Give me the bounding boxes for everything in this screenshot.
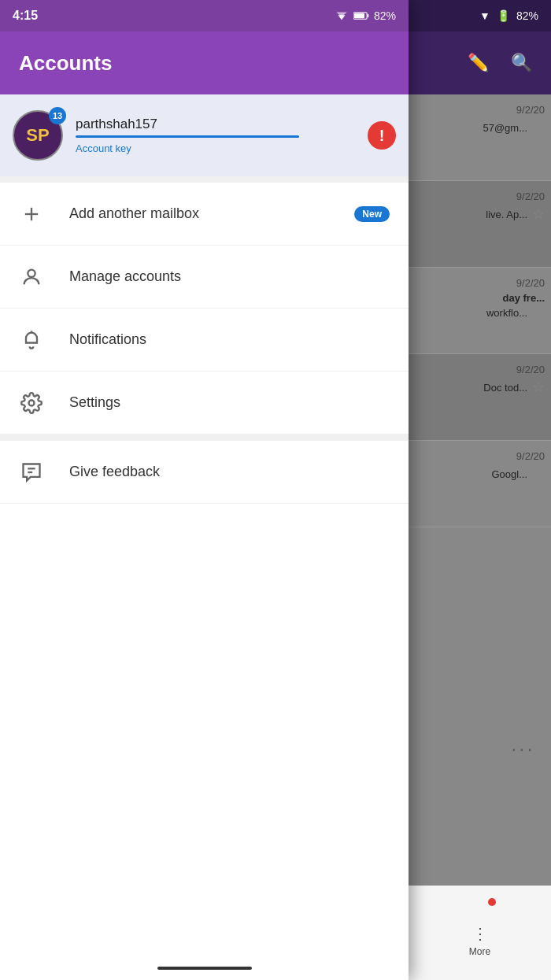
new-badge: New (354, 206, 390, 222)
bell-icon (19, 327, 44, 353)
notifications-label: Notifications (69, 331, 390, 348)
menu-item-add-mailbox[interactable]: Add another mailbox New (0, 183, 409, 246)
menu-item-settings[interactable]: Settings (0, 372, 409, 435)
battery-percent: 82% (374, 9, 396, 22)
menu-item-manage-accounts[interactable]: Manage accounts (0, 246, 409, 309)
wifi-icon (335, 10, 349, 21)
svg-point-7 (28, 269, 35, 276)
person-icon (19, 264, 44, 290)
account-section[interactable]: SP 13 parthshah157 Account key ! (0, 94, 409, 176)
battery-icon (353, 10, 369, 21)
home-indicator (0, 956, 409, 980)
status-bar: 4:15 82% (0, 0, 409, 31)
account-name: parthshah157 (76, 116, 355, 132)
more-vertical-icon: ⋮ (472, 924, 488, 943)
drawer-header: Accounts (0, 31, 409, 94)
notification-dot (488, 898, 496, 906)
section-divider-2 (0, 435, 409, 441)
menu-item-notifications[interactable]: Notifications (0, 309, 409, 372)
add-mailbox-label: Add another mailbox (69, 205, 329, 222)
give-feedback-label: Give feedback (69, 464, 390, 480)
more-dots: ··· (512, 739, 535, 760)
avatar-container: SP 13 (13, 110, 63, 161)
settings-label: Settings (69, 394, 390, 411)
account-info: parthshah157 Account key (76, 116, 355, 155)
manage-accounts-label: Manage accounts (69, 268, 390, 285)
feedback-icon (19, 460, 44, 485)
menu-list: Add another mailbox New Manage accounts (0, 183, 409, 980)
bottom-nav-more[interactable]: ⋮ More (409, 886, 551, 980)
menu-item-give-feedback[interactable]: Give feedback (0, 441, 409, 504)
svg-rect-3 (368, 14, 368, 17)
bg-battery-icon: 🔋 (497, 9, 510, 22)
svg-marker-1 (336, 13, 347, 17)
home-bar (157, 967, 252, 970)
svg-point-9 (29, 400, 35, 405)
gear-icon (19, 390, 44, 416)
alert-icon[interactable]: ! (368, 121, 396, 150)
drawer-title: Accounts (19, 51, 112, 76)
bg-battery-percent: 82% (516, 9, 538, 22)
account-progress-bar (76, 135, 299, 138)
svg-rect-4 (354, 13, 364, 18)
account-key-link[interactable]: Account key (76, 142, 131, 154)
bg-wifi-icon: ▼ (479, 9, 490, 22)
plus-icon (19, 202, 44, 227)
avatar-badge: 13 (49, 107, 66, 124)
more-label: More (469, 946, 490, 957)
accounts-drawer: 4:15 82% Accounts SP 13 parthshah157 (0, 0, 409, 980)
time-display: 4:15 (13, 9, 38, 23)
status-icons: 82% (335, 9, 396, 22)
section-divider (0, 176, 409, 183)
search-icon[interactable]: 🔍 (511, 53, 532, 73)
edit-icon[interactable]: ✏️ (468, 53, 489, 73)
